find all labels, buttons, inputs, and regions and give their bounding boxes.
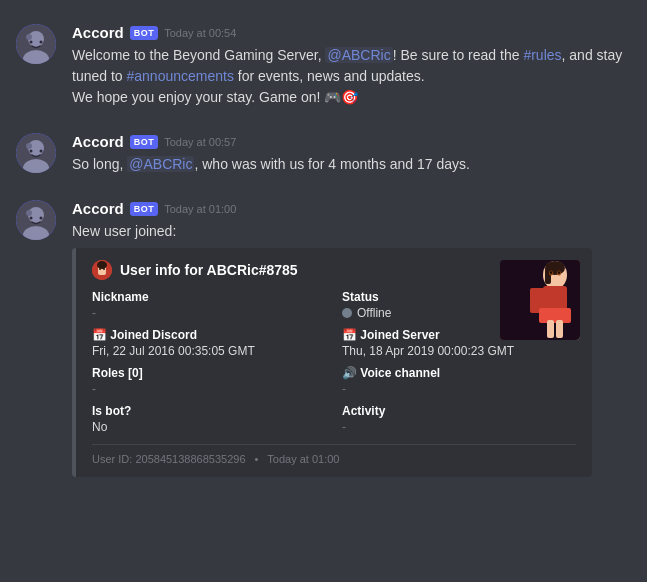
- message-content: Accord BOT Today at 01:00 New user joine…: [72, 200, 631, 477]
- field-name: Nickname: [92, 290, 326, 304]
- status-dot: [342, 308, 352, 318]
- bot-badge: BOT: [130, 202, 159, 216]
- field-value: -: [342, 420, 576, 434]
- avatar: [16, 200, 56, 240]
- bot-badge: BOT: [130, 135, 159, 149]
- svg-point-10: [30, 150, 33, 153]
- field-name: 📅 Joined Discord: [92, 328, 326, 342]
- embed-field-roles: Roles [0] -: [92, 366, 326, 396]
- svg-point-11: [40, 150, 43, 153]
- message-content: Accord BOT Today at 00:54 Welcome to the…: [72, 24, 631, 108]
- timestamp: Today at 01:00: [164, 203, 236, 215]
- field-value: -: [342, 382, 576, 396]
- field-name: Roles [0]: [92, 366, 326, 380]
- svg-point-2: [26, 34, 32, 40]
- mention: @ABCRic: [325, 47, 392, 63]
- field-value: No: [92, 420, 326, 434]
- timestamp: Today at 00:57: [164, 136, 236, 148]
- message-header: Accord BOT Today at 00:54: [72, 24, 631, 41]
- voice-icon: 🔊: [342, 366, 357, 380]
- message-header: Accord BOT Today at 00:57: [72, 133, 631, 150]
- channel-link[interactable]: #rules: [523, 47, 561, 63]
- user-id-label: User ID:: [92, 453, 132, 465]
- field-value: -: [92, 306, 326, 320]
- svg-point-16: [30, 217, 33, 220]
- bot-badge: BOT: [130, 26, 159, 40]
- svg-point-36: [99, 268, 101, 270]
- message-group: Accord BOT Today at 00:57 So long, @ABCR…: [0, 125, 647, 183]
- message-content: Accord BOT Today at 00:57 So long, @ABCR…: [72, 133, 631, 175]
- svg-point-8: [26, 143, 32, 149]
- embed-footer: User ID: 205845138868535296 • Today at 0…: [92, 444, 576, 465]
- avatar: [16, 133, 56, 173]
- calendar-icon: 📅: [92, 328, 107, 342]
- field-value: Thu, 18 Apr 2019 00:00:23 GMT: [342, 344, 576, 358]
- svg-point-17: [40, 217, 43, 220]
- message-intro: New user joined:: [72, 221, 631, 242]
- svg-rect-32: [556, 320, 563, 338]
- svg-rect-30: [539, 308, 571, 323]
- embed-field-isbot: Is bot? No: [92, 404, 326, 434]
- embed-field-activity: Activity -: [342, 404, 576, 434]
- field-value: -: [92, 382, 326, 396]
- avatar: [16, 24, 56, 64]
- field-name: Is bot?: [92, 404, 326, 418]
- user-id: 205845138868535296: [135, 453, 245, 465]
- field-name: Activity: [342, 404, 576, 418]
- footer-timestamp: Today at 01:00: [267, 453, 339, 465]
- embed-field-joined-discord: 📅 Joined Discord Fri, 22 Jul 2016 00:35:…: [92, 328, 326, 358]
- svg-point-27: [550, 271, 552, 274]
- field-name: 🔊 Voice channel: [342, 366, 576, 380]
- embed: User info for ABCRic#8785 Nickname - Sta…: [72, 248, 592, 477]
- username: Accord: [72, 133, 124, 150]
- svg-rect-31: [547, 320, 554, 338]
- embed-thumbnail: [500, 260, 580, 340]
- timestamp: Today at 00:54: [164, 27, 236, 39]
- calendar-icon: 📅: [342, 328, 357, 342]
- mention: @ABCRic: [127, 156, 194, 172]
- svg-point-14: [26, 210, 32, 216]
- channel-link[interactable]: #announcements: [127, 68, 234, 84]
- message-header: Accord BOT Today at 01:00: [72, 200, 631, 217]
- svg-point-28: [558, 271, 560, 274]
- svg-point-37: [103, 268, 105, 270]
- status-text: Offline: [357, 306, 391, 320]
- embed-field-nickname: Nickname -: [92, 290, 326, 320]
- message-text: Welcome to the Beyond Gaming Server, @AB…: [72, 45, 631, 108]
- svg-rect-24: [545, 268, 551, 284]
- username: Accord: [72, 200, 124, 217]
- embed-title: User info for ABCRic#8785: [120, 262, 298, 278]
- messages-container: Accord BOT Today at 00:54 Welcome to the…: [0, 0, 647, 501]
- username: Accord: [72, 24, 124, 41]
- embed-header-icon: [92, 260, 112, 280]
- message-group: Accord BOT Today at 00:54 Welcome to the…: [0, 16, 647, 116]
- footer-separator: •: [255, 453, 259, 465]
- message-text: So long, @ABCRic, who was with us for 4 …: [72, 154, 631, 175]
- field-value: Fri, 22 Jul 2016 00:35:05 GMT: [92, 344, 326, 358]
- svg-point-4: [30, 41, 33, 44]
- svg-point-35: [97, 261, 107, 269]
- message-group: Accord BOT Today at 01:00 New user joine…: [0, 192, 647, 485]
- embed-field-voice: 🔊 Voice channel -: [342, 366, 576, 396]
- svg-point-5: [40, 41, 43, 44]
